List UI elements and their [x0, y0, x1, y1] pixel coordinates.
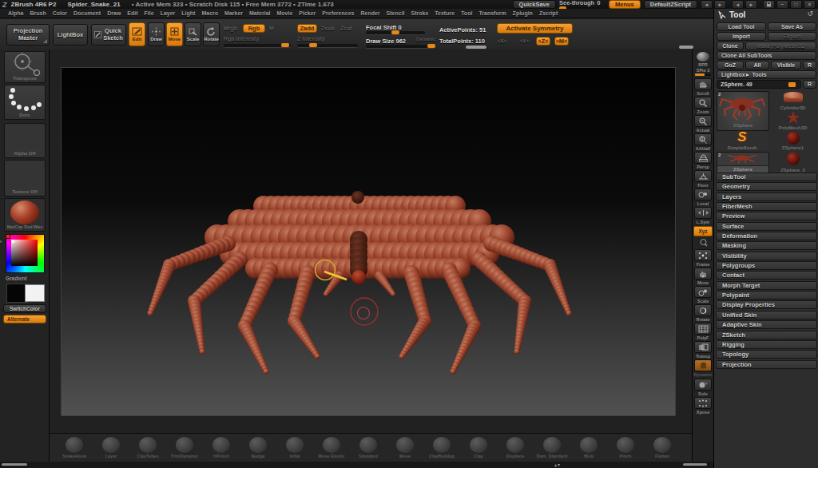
mrgb-button[interactable]: Mrgb	[224, 26, 237, 31]
tray-brush-item[interactable]: SnakeHook	[56, 437, 93, 458]
transp-button[interactable]: Transp	[693, 341, 713, 359]
alternate-button[interactable]: Alternate	[3, 315, 46, 323]
import-button[interactable]: Import	[717, 32, 766, 41]
frame-button[interactable]: Frame	[693, 249, 713, 267]
sym-z-button[interactable]: >Z<	[536, 37, 550, 46]
menu-item[interactable]: Layer	[161, 10, 176, 16]
tray-brush-item[interactable]: Move	[387, 437, 423, 458]
active-tool-thumbnail[interactable]: 2 ZSphere	[717, 91, 769, 131]
projection-master-button[interactable]: Projection Master	[6, 24, 50, 46]
tool-section-header[interactable]: Masking	[716, 241, 817, 250]
tray-brush-item[interactable]: hPolish	[203, 437, 240, 458]
menu-item[interactable]: Stencil	[387, 10, 405, 16]
sym-x-button[interactable]: >X<	[497, 38, 507, 44]
tool-section-header[interactable]: ZSketch	[716, 331, 817, 339]
menu-item[interactable]: Picker	[299, 10, 316, 16]
spix-handle[interactable]	[695, 73, 705, 76]
tray-brush-item[interactable]: Dam_Standard	[534, 437, 570, 458]
goz-visible-button[interactable]: Visible	[771, 61, 801, 69]
palette-reset-icon[interactable]: ↺	[807, 10, 813, 18]
tool-section-header[interactable]: Visibility	[716, 252, 817, 260]
rgb-intensity-handle[interactable]	[281, 43, 289, 47]
tool-r-button[interactable]: R	[803, 80, 816, 89]
menu-item[interactable]: Movie	[276, 10, 292, 16]
polymesh3d-thumbnail[interactable]: PolyMesh3D	[769, 111, 816, 130]
tool-section-header[interactable]: Projection	[716, 360, 817, 369]
aahalf-button[interactable]: AAHalf	[693, 133, 713, 151]
copy-prev-icon[interactable]: ◂	[732, 0, 744, 9]
scroll-button[interactable]: Scroll	[693, 78, 713, 96]
zadd-button[interactable]: Zadd	[297, 24, 317, 33]
material-thumbnail[interactable]: MatCap Red Wax	[4, 198, 46, 232]
menu-item[interactable]: Render	[360, 10, 379, 16]
prev-doc-icon[interactable]: ◂	[701, 0, 713, 9]
left-divider-handle[interactable]: ▸	[0, 238, 2, 244]
tool-section-header[interactable]: Deformation	[716, 232, 817, 240]
tool-section-header[interactable]: Display Properties	[716, 300, 817, 309]
local-button[interactable]: Local	[693, 189, 713, 206]
menu-item[interactable]: File	[145, 10, 154, 16]
goz-button[interactable]: GoZ	[717, 61, 744, 69]
tray-brush-item[interactable]: Nudge	[240, 437, 276, 458]
menu-item[interactable]: Edit	[127, 10, 137, 16]
alpha-thumbnail[interactable]: Alpha Off	[4, 123, 46, 158]
zsphere1-thumbnail[interactable]: ZSphere1	[769, 131, 816, 150]
ghost-button[interactable]: Dynamic	[693, 359, 713, 377]
tool-section-header[interactable]: Geometry	[716, 182, 817, 191]
menu-item[interactable]: Texture	[435, 10, 455, 16]
menu-item[interactable]: Transform	[478, 10, 506, 16]
load-tool-button[interactable]: Load Tool	[717, 22, 766, 31]
spix-slider[interactable]: SPix 3	[693, 68, 713, 76]
active-tool-slider-handle[interactable]	[788, 82, 796, 87]
polyframe-button[interactable]: PolyF	[693, 323, 713, 340]
tool-section-header[interactable]: FiberMesh	[716, 202, 817, 211]
shelf-rotate-button[interactable]: Rotate	[693, 304, 713, 322]
switch-color-button[interactable]: SwitchColor	[3, 304, 46, 313]
menu-item[interactable]: Draw	[107, 10, 121, 16]
tray-brush-item[interactable]: TrimDynamic	[166, 437, 203, 458]
goz-all-button[interactable]: All	[745, 61, 769, 69]
tool-section-header[interactable]: Topology	[716, 350, 817, 359]
clone-button[interactable]: Clone	[717, 42, 744, 50]
draw-size-slider[interactable]	[366, 45, 435, 49]
bpr-button[interactable]: BPR	[693, 52, 713, 67]
tray-brush-item[interactable]: Displace	[497, 437, 534, 458]
tool-panel-header[interactable]: Tool ↺	[714, 9, 818, 21]
save-as-button[interactable]: Save As	[768, 22, 816, 31]
make-polymesh3d-button[interactable]: Make PolyMesh3D	[745, 42, 816, 50]
menu-item[interactable]: Zscript	[539, 10, 558, 16]
tool-section-header[interactable]: Polypaint	[716, 291, 817, 300]
lock-icon[interactable]	[763, 0, 775, 9]
tray-brush-item[interactable]: Standard	[350, 437, 387, 458]
copy-next-icon[interactable]: ▸	[745, 0, 757, 9]
zsphere2-thumbnail[interactable]: ZSphere_2	[769, 152, 816, 173]
stroke-thumbnail[interactable]: Dots	[4, 85, 46, 120]
current-brush-thumbnail[interactable]: Transpose	[4, 51, 46, 83]
tool-section-header[interactable]: Polygroups	[716, 261, 817, 270]
draw-size-handle[interactable]	[427, 44, 435, 48]
lsym-button[interactable]: L.Sym	[693, 207, 713, 224]
menu-item[interactable]: Brush	[30, 10, 46, 16]
document-viewport[interactable]	[61, 67, 676, 416]
secondary-color-swatch[interactable]	[25, 284, 45, 302]
tray-brush-item[interactable]: Flatten	[644, 437, 681, 458]
rgb-intensity-slider[interactable]	[224, 44, 291, 48]
quick-sketch-button[interactable]: Quick Sketch	[91, 24, 126, 46]
sv-square[interactable]	[11, 240, 38, 266]
restore-icon[interactable]: □	[790, 0, 802, 9]
tool-section-header[interactable]: Layers	[716, 192, 817, 201]
activate-symmetry-button[interactable]: Activate Symmetry	[497, 23, 573, 34]
focal-shift-handle[interactable]	[391, 30, 399, 34]
z-intensity-slider[interactable]	[297, 44, 358, 48]
tray-brush-item[interactable]: Inflat	[276, 437, 313, 458]
menus-toggle-button[interactable]: Menus	[609, 0, 641, 9]
rotation-axis-button[interactable]	[693, 238, 713, 247]
tray-brush-item[interactable]: ClayBuildup	[423, 437, 460, 458]
color-picker[interactable]	[6, 234, 45, 273]
tray-brush-item[interactable]: ClayTubes	[129, 437, 166, 458]
menu-item[interactable]: Zplugin	[513, 10, 533, 16]
sym-m-button[interactable]: >M<	[554, 37, 569, 46]
toolbar-scroll-handle-right[interactable]	[679, 46, 693, 49]
tray-brush-item[interactable]: Layer	[93, 437, 129, 458]
menu-item[interactable]: Macro	[201, 10, 218, 16]
